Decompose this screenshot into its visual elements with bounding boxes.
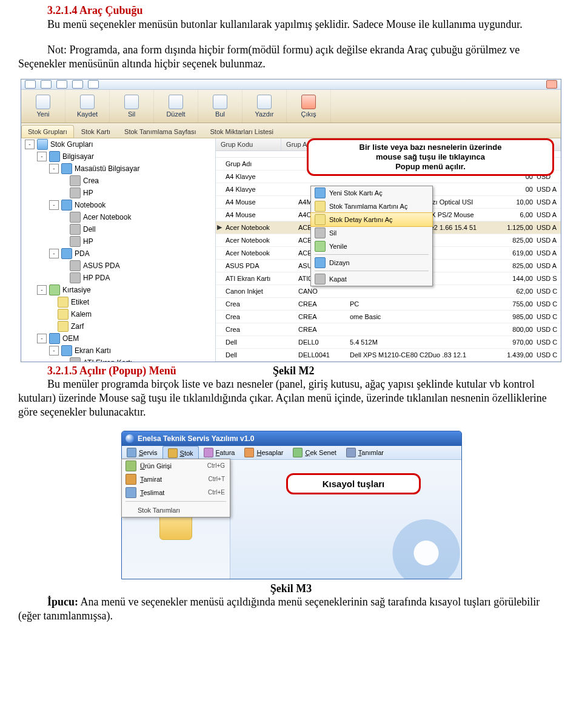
context-menu-item[interactable]: Sil [311, 226, 432, 240]
window-title: Enelsa Teknik Servis Yazılımı v1.0 [138, 434, 254, 443]
expander-icon[interactable]: - [49, 200, 59, 210]
expander-icon[interactable]: - [49, 346, 59, 356]
toolbar-label: Çıkış [301, 110, 316, 118]
tree-node[interactable]: -PDA [21, 248, 215, 260]
expander-icon[interactable]: - [49, 164, 59, 174]
toolbar-label: Bul [215, 110, 225, 118]
menu-item-icon [315, 274, 326, 285]
menubar-label: Çek Senet [305, 449, 336, 456]
menubar[interactable]: ServisStokFaturaHesaplarÇek SenetTanımla… [122, 446, 461, 460]
menubar-icon [127, 448, 136, 457]
menu-item-label: Yenile [329, 243, 347, 250]
menubar-label: Servis [139, 449, 158, 456]
expander-icon[interactable]: - [37, 152, 47, 161]
qa-icon[interactable] [546, 80, 557, 89]
qa-icon[interactable] [56, 80, 67, 89]
expander-icon[interactable]: - [49, 249, 59, 258]
tree-node[interactable]: ASUS PDA [21, 260, 215, 272]
context-menu-item[interactable]: Dizayn [311, 256, 432, 269]
tree-node[interactable]: -Kırtasiye [21, 284, 215, 296]
tree-icon [61, 163, 72, 174]
tree-label: Dell [83, 225, 96, 234]
tab[interactable]: Stok Miktarları Listesi [204, 125, 281, 138]
menubar-item[interactable]: Hesaplar [239, 446, 288, 459]
table-row[interactable]: CreaCREAPC755,00USD C [216, 298, 561, 311]
expander-icon[interactable]: - [37, 285, 47, 295]
tree-node[interactable]: -Bilgisayar [21, 150, 215, 163]
dropdown-item[interactable]: Ürün GirişiCtrl+G [122, 459, 230, 473]
tree-label: HP [83, 189, 93, 197]
menubar-item[interactable]: Çek Senet [288, 446, 341, 459]
menubar-label: Stok [180, 450, 193, 457]
context-menu-item[interactable]: Yenile [311, 240, 432, 253]
tab[interactable]: Stok Grupları [21, 125, 74, 138]
menubar-item[interactable]: Servis [122, 446, 162, 459]
table-row[interactable]: Canon InkjetCANO62,00USD C [216, 285, 561, 298]
tree-node[interactable]: -OEM [21, 332, 215, 345]
menubar-icon [293, 448, 303, 457]
tree-label: HP PDA [83, 274, 110, 282]
qa-icon[interactable] [88, 80, 99, 89]
tree-icon [70, 272, 81, 283]
column-header[interactable]: Grup Kodu [216, 138, 281, 150]
toolbar-icon [257, 95, 272, 109]
tree-node[interactable]: Etiket [21, 296, 215, 308]
tree-node[interactable]: HP [21, 187, 215, 199]
tree-node[interactable]: HP PDA [21, 272, 215, 284]
toolbar-btn-düzelt[interactable]: Düzelt [154, 90, 198, 123]
expander-icon[interactable]: - [37, 334, 47, 343]
context-menu-item[interactable]: Kapat [311, 272, 432, 286]
tree-node[interactable]: Dell [21, 223, 215, 235]
tree-node[interactable]: ATI Ekran Kartı [21, 357, 215, 362]
menubar-item[interactable]: Stok [162, 446, 199, 460]
toolbar-btn-yeni[interactable]: Yeni [21, 90, 65, 123]
menubar-icon [204, 448, 213, 457]
data-grid[interactable]: Grup KoduGrup AdıKoduAdi Grup AdıA4 Klav… [216, 138, 561, 362]
menu-item-icon [315, 257, 326, 268]
toolbar-btn-çıkış[interactable]: Çıkış [287, 90, 331, 123]
dropdown-item-label: Ürün Girişi [140, 462, 202, 470]
qa-icon[interactable] [72, 80, 83, 89]
dropdown-item[interactable]: TeslimatCtrl+E [122, 486, 230, 499]
tree-label: Kalem [71, 310, 92, 318]
toolbar-btn-bul[interactable]: Bul [198, 90, 242, 123]
tabstrip: Stok GruplarıStok KartıStok Tanımlama Sa… [21, 123, 561, 138]
tab[interactable]: Stok Tanımlama Sayfası [118, 125, 202, 138]
tree-node[interactable]: -Stok Grupları [21, 138, 215, 150]
menubar-item[interactable]: Tanımlar [341, 446, 389, 459]
context-menu-item[interactable]: Stok Detay Kartını Aç [310, 212, 433, 227]
tree-node[interactable]: Kalem [21, 308, 215, 320]
tab[interactable]: Stok Kartı [75, 125, 117, 138]
table-row[interactable]: DellDELL05.4 512M970,00USD C [216, 336, 561, 349]
tree-node[interactable]: Acer Notebook [21, 211, 215, 223]
expander-icon[interactable]: - [25, 140, 35, 149]
qa-icon[interactable] [25, 80, 36, 89]
tree-node[interactable]: HP [21, 235, 215, 248]
context-menu-item[interactable]: Stok Tanımlama Kartını Aç [311, 200, 432, 213]
para-2: Not: Programda, ana form dışında hiçbir … [18, 43, 564, 72]
table-row[interactable]: CreaCREA800,00USD C [216, 323, 561, 336]
dropdown-menu[interactable]: Ürün GirişiCtrl+GTamiratCtrl+TTeslimatCt… [121, 459, 230, 517]
menubar-label: Tanımlar [358, 449, 384, 456]
toolbar-btn-yazdır[interactable]: Yazdır [242, 90, 287, 123]
tree-node[interactable]: -Masaüstü Bilgisayar [21, 163, 215, 175]
window-titlebar: Enelsa Teknik Servis Yazılımı v1.0 [122, 431, 461, 446]
tree-node[interactable]: -Notebook [21, 199, 215, 211]
table-row[interactable]: DellDELL0041Dell XPS M1210-CE80 C2Duo .8… [216, 349, 561, 362]
tree-node[interactable]: Zarf [21, 320, 215, 332]
para-4: İpucu: Ana menü ve seçenekler menüsü açı… [18, 595, 564, 624]
qa-icon[interactable] [41, 80, 52, 89]
tree-view[interactable]: -Stok Grupları-Bilgisayar-Masaüstü Bilgi… [21, 138, 216, 362]
context-menu-item[interactable]: Yeni Stok Kartı Aç [311, 186, 432, 200]
dropdown-item-icon [125, 487, 136, 498]
toolbar-btn-kaydet[interactable]: Kaydet [65, 90, 110, 123]
toolbar-btn-sil[interactable]: Sil [110, 90, 154, 123]
tree-node[interactable]: -Ekran Kartı [21, 345, 215, 357]
menubar-item[interactable]: Fatura [199, 446, 240, 459]
menu-item-label: Yeni Stok Kartı Aç [329, 189, 383, 197]
dropdown-item[interactable]: TamiratCtrl+T [122, 473, 230, 486]
table-row[interactable]: CreaCREAome Basic985,00USD C [216, 311, 561, 323]
context-menu[interactable]: Yeni Stok Kartı AçStok Tanımlama Kartını… [310, 186, 433, 286]
tree-node[interactable]: Crea [21, 175, 215, 187]
dropdown-item-icon [125, 460, 136, 471]
